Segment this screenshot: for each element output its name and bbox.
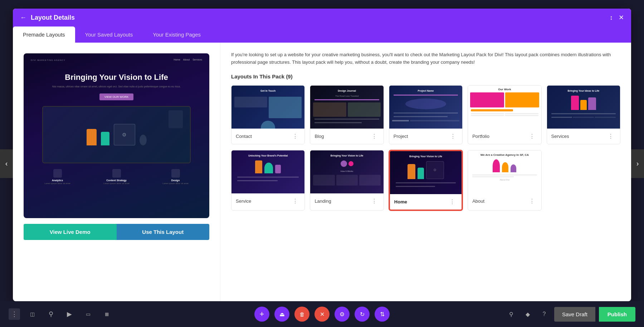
strategy-title: Content Strategy xyxy=(90,179,143,182)
layout-menu-project[interactable]: ⋮ xyxy=(448,132,458,140)
left-chevron-icon: ‹ xyxy=(5,159,8,168)
layout-name-home: Home xyxy=(394,199,407,205)
thumb-contact-content: Get In Touch xyxy=(231,86,304,129)
modal-tabs: Premade Layouts Your Saved Layouts Your … xyxy=(13,27,631,43)
layout-name-project: Project xyxy=(394,134,408,139)
layout-info-project: Project ⋮ xyxy=(389,129,462,144)
layout-name-blog: Blog xyxy=(314,134,324,139)
layout-card-project[interactable]: Project Name Project xyxy=(389,85,463,144)
power-button[interactable]: ⏏ xyxy=(274,307,289,322)
layout-menu-service[interactable]: ⋮ xyxy=(290,197,300,205)
settings-button[interactable]: ⚙ xyxy=(335,307,350,322)
tab-premade[interactable]: Premade Layouts xyxy=(13,27,75,43)
fw-nav-item: Home xyxy=(174,58,180,61)
strategy-icon xyxy=(112,169,121,178)
layout-name-services: Services xyxy=(551,134,569,139)
layout-name-about: About xyxy=(472,198,484,204)
modal-close-button[interactable]: ✕ xyxy=(619,14,624,21)
desktop-view-button[interactable]: ▶ xyxy=(63,308,76,321)
char-bulb xyxy=(140,135,147,145)
mobile-view-button[interactable]: ▦ xyxy=(100,308,113,321)
layout-info-blog: Blog ⋮ xyxy=(310,129,383,144)
layout-info-landing: Landing ⋮ xyxy=(310,193,383,209)
layout-menu-portfolio[interactable]: ⋮ xyxy=(527,132,537,140)
zoom-button[interactable]: ⚲ xyxy=(505,308,518,321)
layout-menu-contact[interactable]: ⋮ xyxy=(290,132,300,140)
layout-info-services: Services ⋮ xyxy=(547,129,620,144)
content-panel: If you're looking to set up a website fo… xyxy=(220,43,631,301)
analytics-title: Analytics xyxy=(31,179,84,182)
modal-title: Layout Details xyxy=(31,14,75,21)
fw-view-btn[interactable]: VIEW OUR WORK xyxy=(99,93,134,100)
thumb-service-content: Unlocking Your Brand's Potential xyxy=(231,150,304,193)
trash-button[interactable]: 🗑 xyxy=(294,307,309,322)
publish-button[interactable]: Publish xyxy=(599,307,635,322)
fw-nav: Home About Services xyxy=(174,58,202,61)
fw-nav-item: Services xyxy=(192,58,202,61)
search-button[interactable]: ⚲ xyxy=(44,308,57,321)
modal-body: DIVI MARKETING AGENCY Home About Service… xyxy=(13,43,631,301)
add-element-button[interactable]: + xyxy=(254,307,269,322)
layout-card-blog[interactable]: Design Journal The Road Less Traveled xyxy=(310,85,384,144)
analytics-icon xyxy=(53,169,62,178)
layout-menu-home[interactable]: ⋮ xyxy=(447,198,457,206)
view-demo-button[interactable]: View Live Demo xyxy=(24,224,117,240)
layout-card-landing[interactable]: Bringing Your Vision to Life How It Work… xyxy=(310,150,384,211)
tablet-view-button[interactable]: ▭ xyxy=(82,308,94,321)
close-button[interactable]: ✕ xyxy=(314,307,330,322)
layout-menu-blog[interactable]: ⋮ xyxy=(369,132,379,140)
right-arrow[interactable]: › xyxy=(631,149,644,178)
help-button[interactable]: ? xyxy=(538,308,551,321)
layout-thumb-home: Bringing Your Vision to Life ⚙ xyxy=(390,151,462,194)
layout-card-about[interactable]: We Are a Creative Agency In SF, CA About… xyxy=(468,150,541,211)
fw-nav-item: About xyxy=(183,58,190,61)
layout-card-services[interactable]: Bringing Your Ideas to Life xyxy=(547,85,620,144)
layout-info-portfolio: Portfolio ⋮ xyxy=(468,129,541,144)
layout-card-home[interactable]: Bringing Your Vision to Life ⚙ xyxy=(389,150,463,211)
layout-thumb-landing: Bringing Your Vision to Life How It Work… xyxy=(310,150,383,193)
more-options-button[interactable]: ⋮ xyxy=(9,308,20,320)
layout-name-contact: Contact xyxy=(236,134,252,139)
layout-card-portfolio[interactable]: Our Work xyxy=(468,85,541,144)
design-icon xyxy=(171,169,180,178)
layout-menu-services[interactable]: ⋮ xyxy=(606,132,616,140)
transfer-button[interactable]: ⇅ xyxy=(375,307,390,322)
layout-name-portfolio: Portfolio xyxy=(472,134,489,139)
layout-thumb-portfolio: Our Work xyxy=(468,86,541,129)
modal-back-button[interactable]: ← xyxy=(20,14,26,21)
left-arrow[interactable]: ‹ xyxy=(0,149,13,178)
fw-features: Analytics Lorem ipsum dolor sit amet Con… xyxy=(24,163,209,185)
fw-screen: ⚙ xyxy=(114,124,135,145)
wireframe-button[interactable]: ◫ xyxy=(26,308,39,321)
char-orange xyxy=(87,129,97,145)
preview-actions: View Live Demo Use This Layout xyxy=(24,224,209,240)
layout-card-contact[interactable]: Get In Touch xyxy=(231,85,305,144)
thumb-project-content: Project Name xyxy=(389,86,462,129)
char-teal xyxy=(101,132,109,145)
bottom-toolbar: ⋮ ◫ ⚲ ▶ ▭ ▦ + ⏏ 🗑 ✕ ⚙ ↻ ⇅ ⚲ ◆ ? Save Dra… xyxy=(0,301,644,327)
tab-saved[interactable]: Your Saved Layouts xyxy=(75,27,143,43)
preview-panel: DIVI MARKETING AGENCY Home About Service… xyxy=(13,43,220,301)
layout-card-service[interactable]: Unlocking Your Brand's Potential Service xyxy=(231,150,305,211)
layout-info-home: Home ⋮ xyxy=(390,194,462,210)
thumb-home-content: Bringing Your Vision to Life ⚙ xyxy=(390,151,462,194)
modal-sort-button[interactable]: ↕ xyxy=(610,14,613,21)
preview-button[interactable]: ◆ xyxy=(521,308,534,321)
layout-info-service: Service ⋮ xyxy=(231,193,304,209)
layout-info-contact: Contact ⋮ xyxy=(231,129,304,144)
layout-menu-landing[interactable]: ⋮ xyxy=(369,197,379,205)
fake-website-preview: DIVI MARKETING AGENCY Home About Service… xyxy=(24,53,209,218)
strategy-text: Lorem ipsum dolor sit amet xyxy=(90,182,143,185)
save-draft-button[interactable]: Save Draft xyxy=(554,307,595,322)
layout-thumb-services: Bringing Your Ideas to Life xyxy=(547,86,620,129)
layouts-grid: Get In Touch xyxy=(231,85,620,211)
layout-thumb-project: Project Name xyxy=(389,86,462,129)
modal-header-right: ↕ ✕ xyxy=(610,14,624,21)
history-button[interactable]: ↻ xyxy=(355,307,370,322)
layout-menu-about[interactable]: ⋮ xyxy=(527,197,537,205)
layout-thumb-about: We Are a Creative Agency In SF, CA About… xyxy=(468,150,541,193)
pack-description: If you're looking to set up a website fo… xyxy=(231,51,620,66)
fw-hero-title: Bringing Your Vision to Life xyxy=(34,73,199,82)
use-layout-button[interactable]: Use This Layout xyxy=(117,224,210,240)
tab-existing[interactable]: Your Existing Pages xyxy=(143,27,211,43)
